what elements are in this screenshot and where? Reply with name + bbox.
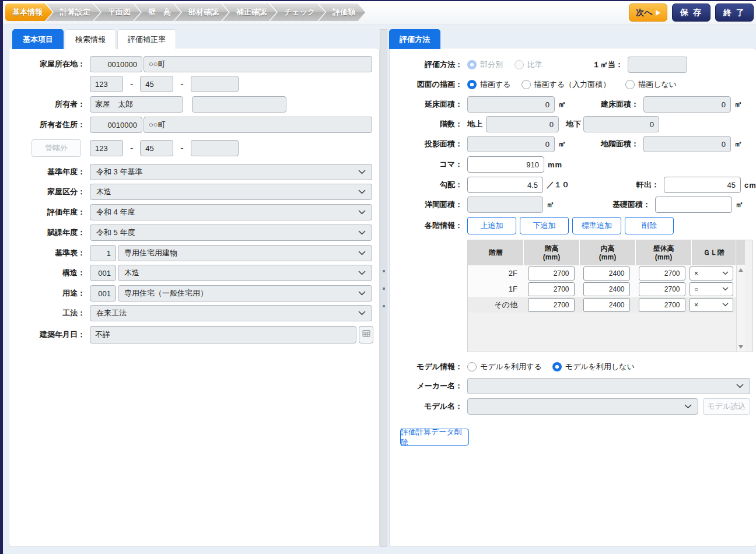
house-class-select[interactable]: 木造 xyxy=(90,184,372,200)
gl-floor-select[interactable]: × xyxy=(690,298,733,312)
chevron-down-icon xyxy=(358,251,366,255)
sqm-unit: ㎡ xyxy=(547,199,555,210)
chevron-down-icon xyxy=(358,210,366,215)
eval-year-select[interactable]: 令和 4 年度 xyxy=(90,204,372,220)
model-name-select[interactable] xyxy=(467,398,698,415)
sqm-unit: ㎡ xyxy=(558,99,566,110)
built-date-picker-button[interactable] xyxy=(359,326,373,343)
step-floor-plan[interactable]: 平面図 xyxy=(94,3,141,21)
topbar-buttons: 次へ 保 存 終 了 xyxy=(629,3,754,22)
below-ground-label: 地下 xyxy=(566,119,581,129)
sqm-unit: ㎡ xyxy=(734,99,743,110)
slope-suffix: ／１０ xyxy=(547,180,569,190)
owner-name2-input xyxy=(192,96,286,113)
radio-comparison-method-label: 比準 xyxy=(527,59,542,70)
owner-address-num1-input xyxy=(90,140,123,156)
save-button[interactable]: 保 存 xyxy=(672,3,710,22)
inner-height-input[interactable] xyxy=(583,282,630,296)
radio-no-draw[interactable] xyxy=(625,80,635,89)
tab-basic-items[interactable]: 基本項目 xyxy=(12,29,64,49)
wall-height-input[interactable] xyxy=(639,282,685,296)
table-row-2f: 2F × xyxy=(468,265,736,281)
step-basic-info[interactable]: 基本情報 xyxy=(5,3,52,21)
dash-separator: - xyxy=(180,143,183,153)
panel-splitter[interactable] xyxy=(380,29,387,547)
floor-table-header: 階層 階高(mm) 内高(mm) 壁体高(mm) ＧＬ階 xyxy=(468,240,736,265)
top-navigation-bar: 基本情報 計算設定 平面図 壁 高 部材確認 補正確認 チェック 評価額 次へ … xyxy=(3,1,756,25)
radio-draw-label: 描画する xyxy=(480,79,511,90)
koma-label: コマ： xyxy=(390,159,463,170)
structure-select[interactable]: 木造 xyxy=(118,265,372,281)
radio-comparison-method xyxy=(514,60,524,69)
building-area-label: 建床面積： xyxy=(575,99,639,110)
projected-area-label: 投影面積： xyxy=(390,139,463,149)
table-row-other: その他 × xyxy=(468,297,736,313)
radio-no-model[interactable] xyxy=(552,362,562,371)
scroll-up-icon[interactable] xyxy=(738,268,743,272)
foundation-area-input[interactable] xyxy=(655,197,732,213)
splitter-grip-dot xyxy=(383,270,385,272)
slope-input[interactable] xyxy=(467,177,543,193)
wall-height-input[interactable] xyxy=(639,298,685,312)
base-table-row: 基準表： 専用住宅用建物 xyxy=(9,245,373,261)
model-name-label: モデル名： xyxy=(390,401,463,412)
drawing-label: 図面の描画： xyxy=(390,79,463,90)
next-button[interactable]: 次へ xyxy=(629,3,667,22)
owner-name-input xyxy=(90,96,183,113)
gl-floor-value: × xyxy=(694,301,719,309)
owner-address-row: 所有者住所： xyxy=(9,117,373,133)
base-table-label: 基準表： xyxy=(9,248,85,258)
step-assessed-value[interactable]: 評価額 xyxy=(318,3,365,21)
total-floor-area-row: 延床面積： ㎡ 建床面積： ㎡ xyxy=(390,96,750,113)
koma-input[interactable] xyxy=(467,156,544,173)
tab-search-info[interactable]: 検索情報 xyxy=(65,29,116,49)
levy-year-select[interactable]: 令和 5 年度 xyxy=(90,225,372,241)
floor-height-input[interactable] xyxy=(528,267,575,280)
construction-method-select[interactable]: 在来工法 xyxy=(90,305,372,321)
scroll-down-icon[interactable] xyxy=(738,345,743,349)
wall-height-input[interactable] xyxy=(639,267,685,280)
delete-eval-calc-data-button[interactable]: 評価計算データ削除 xyxy=(400,429,469,446)
total-floor-area-input xyxy=(467,96,555,113)
base-year-select[interactable]: 令和 3 年基準 xyxy=(90,164,372,180)
dash-separator: - xyxy=(130,143,133,153)
chevron-down-icon xyxy=(358,190,366,194)
house-location-num3-input xyxy=(191,76,239,92)
usage-select[interactable]: 専用住宅（一般住宅用） xyxy=(118,285,372,301)
step-calc-settings[interactable]: 計算設定 xyxy=(46,3,100,21)
add-above-button[interactable]: 上追加 xyxy=(467,217,516,234)
step-parts-check[interactable]: 部材確認 xyxy=(174,3,229,21)
structure-row: 構造： 木造 xyxy=(9,265,373,281)
floor-height-input[interactable] xyxy=(528,298,575,312)
gl-floor-select[interactable]: × xyxy=(690,267,733,280)
base-table-select[interactable]: 専用住宅用建物 xyxy=(118,245,372,261)
table-scrollbar[interactable] xyxy=(736,240,745,352)
inner-height-input[interactable] xyxy=(583,267,630,280)
usage-label: 用途： xyxy=(9,288,85,299)
dash-separator: - xyxy=(130,79,133,89)
floor-name: 2F xyxy=(468,269,523,278)
add-standard-button[interactable]: 標準追加 xyxy=(572,217,621,234)
tab-eval-correction-rate[interactable]: 評価補正率 xyxy=(117,29,176,49)
exit-button[interactable]: 終 了 xyxy=(715,3,754,22)
header-floor-layer: 階層 xyxy=(468,240,524,265)
eaves-input[interactable] xyxy=(664,177,741,193)
radio-draw-input-area[interactable] xyxy=(522,80,531,89)
add-below-button[interactable]: 下追加 xyxy=(520,217,569,234)
western-room-area-label: 洋間面積： xyxy=(390,199,463,210)
floor-height-input[interactable] xyxy=(528,282,575,296)
chevron-down-icon xyxy=(358,291,366,296)
radio-draw[interactable] xyxy=(467,80,477,89)
gl-floor-select[interactable]: ○ xyxy=(690,282,733,296)
step-correction-check[interactable]: 補正確認 xyxy=(222,3,276,21)
delete-floor-button[interactable]: 削除 xyxy=(625,217,674,234)
tab-eval-method[interactable]: 評価方法 xyxy=(389,29,440,49)
step-wall-height[interactable]: 壁 高 xyxy=(134,3,181,21)
maker-select[interactable] xyxy=(467,378,750,394)
built-date-row: 建築年月日： xyxy=(9,326,373,343)
step-check[interactable]: チェック xyxy=(270,3,325,21)
radio-use-model[interactable] xyxy=(467,362,477,371)
chevron-down-icon xyxy=(684,404,692,409)
inner-height-input[interactable] xyxy=(583,298,630,312)
projected-area-row: 投影面積： ㎡ 地階面積： ㎡ xyxy=(390,136,750,152)
